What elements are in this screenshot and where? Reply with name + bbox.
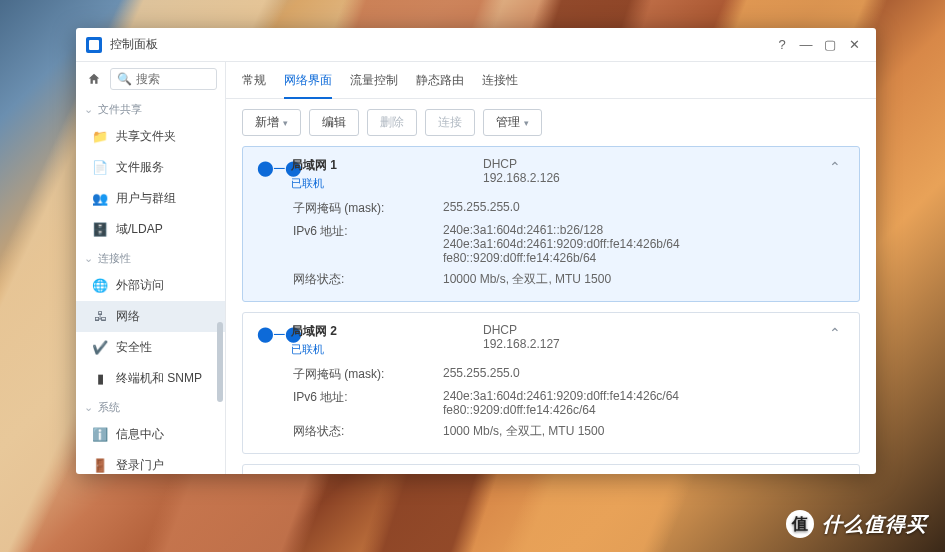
sidebar-item-network[interactable]: 🖧 网络 [76,301,225,332]
sidebar-item-info-center[interactable]: ℹ️ 信息中心 [76,419,225,450]
collapse-toggle[interactable]: ⌃ [825,157,845,177]
watermark-badge: 值 [786,510,814,538]
value-netstatus: 1000 Mb/s, 全双工, MTU 1500 [443,423,845,440]
label-subnet: 子网掩码 (mask): [293,366,443,383]
search-input[interactable] [136,72,210,86]
home-icon [87,72,101,86]
interface-pppoe[interactable]: ••› PPPoE 尚未联机 -- ⌄ [242,464,860,474]
search-icon: 🔍 [117,72,132,86]
help-button[interactable]: ? [770,33,794,57]
sidebar-item-terminal-snmp[interactable]: ▮ 终端机和 SNMP [76,363,225,394]
connect-button[interactable]: 连接 [425,109,475,136]
sidebar: 🔍 文件共享 📁 共享文件夹 📄 文件服务 👥 用户与群组 🗄️ 域/LDAP [76,62,226,474]
toolbar: 新增▾ 编辑 删除 连接 管理▾ [226,99,876,146]
edit-button[interactable]: 编辑 [309,109,359,136]
document-icon: 📄 [92,160,108,176]
sidebar-item-shared-folder[interactable]: 📁 共享文件夹 [76,121,225,152]
manage-button[interactable]: 管理▾ [483,109,542,136]
maximize-button[interactable]: ▢ [818,33,842,57]
value-ipv6: 240e:3a1:604d:2461:9209:d0ff:fe14:426c/6… [443,389,845,417]
minimize-button[interactable]: — [794,33,818,57]
close-button[interactable]: ✕ [842,33,866,57]
sidebar-item-label: 外部访问 [116,277,164,294]
tab-connectivity[interactable]: 连接性 [482,72,518,98]
search-box[interactable]: 🔍 [110,68,217,90]
add-button[interactable]: 新增▾ [242,109,301,136]
home-button[interactable] [84,69,104,89]
database-icon: 🗄️ [92,222,108,238]
interface-name: 局域网 2 [291,323,431,340]
tab-network-interface[interactable]: 网络界面 [284,72,332,99]
sidebar-scrollbar[interactable] [217,322,223,402]
value-ipv6: 240e:3a1:604d:2461::b26/128 240e:3a1:604… [443,223,845,265]
door-icon: 🚪 [92,458,108,474]
users-icon: 👥 [92,191,108,207]
label-ipv6: IPv6 地址: [293,223,443,265]
interface-lan1[interactable]: ⬤─⬤ 局域网 1 已联机 DHCP 192.168.2.126 ⌃ 子网掩码 … [242,146,860,302]
sidebar-item-label: 终端机和 SNMP [116,370,202,387]
sidebar-item-login-portal[interactable]: 🚪 登录门户 [76,450,225,474]
tab-general[interactable]: 常规 [242,72,266,98]
app-icon [86,37,102,53]
delete-button[interactable]: 删除 [367,109,417,136]
folder-icon: 📁 [92,129,108,145]
titlebar: 控制面板 ? — ▢ ✕ [76,28,876,62]
tab-traffic-control[interactable]: 流量控制 [350,72,398,98]
sidebar-item-user-group[interactable]: 👥 用户与群组 [76,183,225,214]
sidebar-item-file-service[interactable]: 📄 文件服务 [76,152,225,183]
watermark: 值 什么值得买 [786,510,927,538]
globe-icon: 🌐 [92,278,108,294]
interface-status: 已联机 [291,342,431,357]
main-panel: 常规 网络界面 流量控制 静态路由 连接性 新增▾ 编辑 删除 连接 管理▾ ⬤… [226,62,876,474]
sidebar-item-label: 网络 [116,308,140,325]
watermark-text: 什么值得买 [822,511,927,538]
interface-status: 已联机 [291,176,431,191]
shield-icon: ✔️ [92,340,108,356]
sidebar-item-label: 登录门户 [116,457,164,474]
value-netstatus: 10000 Mb/s, 全双工, MTU 1500 [443,271,845,288]
window-title: 控制面板 [110,36,158,53]
sidebar-item-domain-ldap[interactable]: 🗄️ 域/LDAP [76,214,225,245]
sidebar-group-fileshare[interactable]: 文件共享 [76,96,225,121]
sidebar-item-label: 信息中心 [116,426,164,443]
tabs: 常规 网络界面 流量控制 静态路由 连接性 [226,62,876,99]
ethernet-icon: ⬤─⬤ [257,159,279,177]
value-subnet: 255.255.255.0 [443,200,845,217]
sidebar-item-security[interactable]: ✔️ 安全性 [76,332,225,363]
interface-mode: DHCP [483,323,560,337]
interface-name: 局域网 1 [291,157,431,174]
label-ipv6: IPv6 地址: [293,389,443,417]
sidebar-group-connectivity[interactable]: 连接性 [76,245,225,270]
label-netstatus: 网络状态: [293,271,443,288]
label-subnet: 子网掩码 (mask): [293,200,443,217]
sidebar-item-label: 用户与群组 [116,190,176,207]
control-panel-window: 控制面板 ? — ▢ ✕ 🔍 文件共享 📁 共享文件夹 📄 [76,28,876,474]
info-icon: ℹ️ [92,427,108,443]
sidebar-item-label: 文件服务 [116,159,164,176]
network-icon: 🖧 [92,309,108,325]
label-netstatus: 网络状态: [293,423,443,440]
interface-list: ⬤─⬤ 局域网 1 已联机 DHCP 192.168.2.126 ⌃ 子网掩码 … [226,146,876,474]
sidebar-item-label: 安全性 [116,339,152,356]
interface-lan2[interactable]: ⬤─⬤ 局域网 2 已联机 DHCP 192.168.2.127 ⌃ 子网掩码 … [242,312,860,454]
interface-ip: 192.168.2.127 [483,337,560,351]
sidebar-item-label: 域/LDAP [116,221,163,238]
interface-mode: DHCP [483,157,560,171]
sidebar-group-system[interactable]: 系统 [76,394,225,419]
sidebar-item-label: 共享文件夹 [116,128,176,145]
collapse-toggle[interactable]: ⌃ [825,323,845,343]
value-subnet: 255.255.255.0 [443,366,845,383]
terminal-icon: ▮ [92,371,108,387]
sidebar-item-external-access[interactable]: 🌐 外部访问 [76,270,225,301]
tab-static-route[interactable]: 静态路由 [416,72,464,98]
ethernet-icon: ⬤─⬤ [257,325,279,343]
interface-ip: 192.168.2.126 [483,171,560,185]
